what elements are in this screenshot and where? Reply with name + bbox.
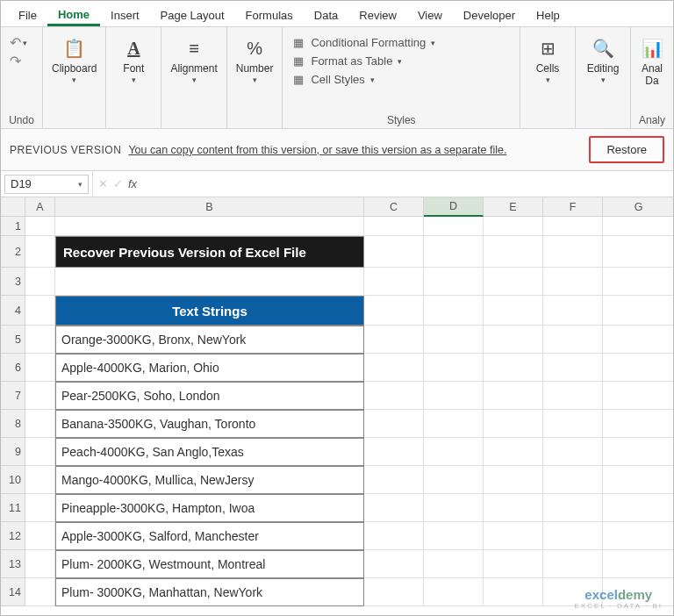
cell-E8[interactable] xyxy=(484,410,543,438)
cell-G10[interactable] xyxy=(603,466,674,494)
row-header-6[interactable]: 6 xyxy=(1,354,25,382)
format-as-table-button[interactable]: ▦ Format as Table ▾ xyxy=(286,53,441,69)
cell-C4[interactable] xyxy=(364,296,424,326)
check-icon[interactable]: ✓ xyxy=(113,177,123,190)
cell-E12[interactable] xyxy=(484,522,543,550)
cell-A4[interactable] xyxy=(25,296,55,326)
cell-F2[interactable] xyxy=(543,236,603,268)
data-cell-7[interactable]: Pear-2500KG, Soho, London xyxy=(55,382,364,410)
cell-A14[interactable] xyxy=(25,578,55,606)
row-header-9[interactable]: 9 xyxy=(1,438,25,466)
col-header-C[interactable]: C xyxy=(364,197,424,217)
cell-E4[interactable] xyxy=(484,296,543,326)
cell-G13[interactable] xyxy=(603,550,674,578)
cell-D5[interactable] xyxy=(424,326,484,354)
cell-D6[interactable] xyxy=(424,354,484,382)
cell-D8[interactable] xyxy=(424,410,484,438)
cells-button[interactable]: ⊞ Cells ▾ xyxy=(524,32,571,88)
cell-F7[interactable] xyxy=(543,382,603,410)
cell-F12[interactable] xyxy=(543,522,603,550)
row-header-5[interactable]: 5 xyxy=(1,326,25,354)
tab-help[interactable]: Help xyxy=(526,4,570,26)
data-cell-6[interactable]: Apple-4000KG, Marion, Ohio xyxy=(55,354,364,382)
restore-button[interactable]: Restore xyxy=(589,136,664,163)
cell-A5[interactable] xyxy=(25,326,55,354)
cell-E6[interactable] xyxy=(484,354,543,382)
cell-G6[interactable] xyxy=(603,354,674,382)
row-header-3[interactable]: 3 xyxy=(1,268,25,296)
cell-C3[interactable] xyxy=(364,268,424,296)
cell-E7[interactable] xyxy=(484,382,543,410)
cell-F9[interactable] xyxy=(543,438,603,466)
conditional-formatting-button[interactable]: ▦ Conditional Formatting ▾ xyxy=(286,34,441,51)
cell-styles-button[interactable]: ▦ Cell Styles ▾ xyxy=(286,71,441,88)
cell-F3[interactable] xyxy=(543,268,603,296)
cell-G8[interactable] xyxy=(603,410,674,438)
cell-F1[interactable] xyxy=(543,217,603,236)
cell-G2[interactable] xyxy=(603,236,674,268)
cell-D11[interactable] xyxy=(424,494,484,522)
cell-G7[interactable] xyxy=(603,382,674,410)
col-header-F[interactable]: F xyxy=(543,197,603,217)
cell-C6[interactable] xyxy=(364,354,424,382)
cell-D2[interactable] xyxy=(424,236,484,268)
cell-F10[interactable] xyxy=(543,466,603,494)
row-header-14[interactable]: 14 xyxy=(1,578,25,606)
cell-C12[interactable] xyxy=(364,522,424,550)
cell-D12[interactable] xyxy=(424,522,484,550)
font-button[interactable]: A Font ▾ xyxy=(110,32,157,88)
cell-A13[interactable] xyxy=(25,550,55,578)
fx-icon[interactable]: fx xyxy=(128,177,137,190)
cell-E1[interactable] xyxy=(484,217,543,236)
cell-C14[interactable] xyxy=(364,578,424,606)
cell-A7[interactable] xyxy=(25,382,55,410)
cell-G4[interactable] xyxy=(603,296,674,326)
row-header-13[interactable]: 13 xyxy=(1,550,25,578)
data-cell-8[interactable]: Banana-3500KG, Vaughan, Toronto xyxy=(55,410,364,438)
cell-D3[interactable] xyxy=(424,268,484,296)
cell-D14[interactable] xyxy=(424,578,484,606)
cell-E14[interactable] xyxy=(484,578,543,606)
cell-F13[interactable] xyxy=(543,550,603,578)
cell-A12[interactable] xyxy=(25,522,55,550)
cell-B1[interactable] xyxy=(55,217,364,236)
cell-E13[interactable] xyxy=(484,550,543,578)
analysis-button[interactable]: 📊 AnalDa xyxy=(635,32,670,90)
tab-review[interactable]: Review xyxy=(348,4,407,26)
cell-F4[interactable] xyxy=(543,296,603,326)
cell-G11[interactable] xyxy=(603,494,674,522)
cell-A2[interactable] xyxy=(25,236,55,268)
cell-A9[interactable] xyxy=(25,438,55,466)
row-header-8[interactable]: 8 xyxy=(1,410,25,438)
col-header-E[interactable]: E xyxy=(484,197,543,217)
alignment-button[interactable]: ≡ Alignment ▾ xyxy=(165,32,222,88)
cell-C11[interactable] xyxy=(364,494,424,522)
cell-D9[interactable] xyxy=(424,438,484,466)
tab-home[interactable]: Home xyxy=(47,4,100,26)
cell-E3[interactable] xyxy=(484,268,543,296)
number-button[interactable]: % Number ▾ xyxy=(231,32,279,88)
cell-A8[interactable] xyxy=(25,410,55,438)
row-header-1[interactable]: 1 xyxy=(1,217,25,236)
cell-G9[interactable] xyxy=(603,438,674,466)
cell-A1[interactable] xyxy=(25,217,55,236)
cell-D4[interactable] xyxy=(424,296,484,326)
cell-G5[interactable] xyxy=(603,326,674,354)
cell-E2[interactable] xyxy=(484,236,543,268)
cell-A6[interactable] xyxy=(25,354,55,382)
data-cell-13[interactable]: Plum- 2000KG, Westmount, Montreal xyxy=(55,550,364,578)
cell-F8[interactable] xyxy=(543,410,603,438)
message-link[interactable]: You can copy content from this version, … xyxy=(128,144,582,156)
select-all-corner[interactable] xyxy=(1,197,25,217)
data-cell-5[interactable]: Orange-3000KG, Bronx, NewYork xyxy=(55,326,364,354)
cell-G3[interactable] xyxy=(603,268,674,296)
cell-C10[interactable] xyxy=(364,466,424,494)
editing-button[interactable]: 🔍 Editing ▾ xyxy=(579,32,627,88)
undo-button[interactable]: ↶▾ xyxy=(10,34,27,51)
cell-A10[interactable] xyxy=(25,466,55,494)
data-cell-9[interactable]: Peach-4000KG, San Anglo,Texas xyxy=(55,438,364,466)
tab-formulas[interactable]: Formulas xyxy=(235,4,304,26)
cell-E9[interactable] xyxy=(484,438,543,466)
formula-input[interactable] xyxy=(142,171,673,197)
cell-D10[interactable] xyxy=(424,466,484,494)
